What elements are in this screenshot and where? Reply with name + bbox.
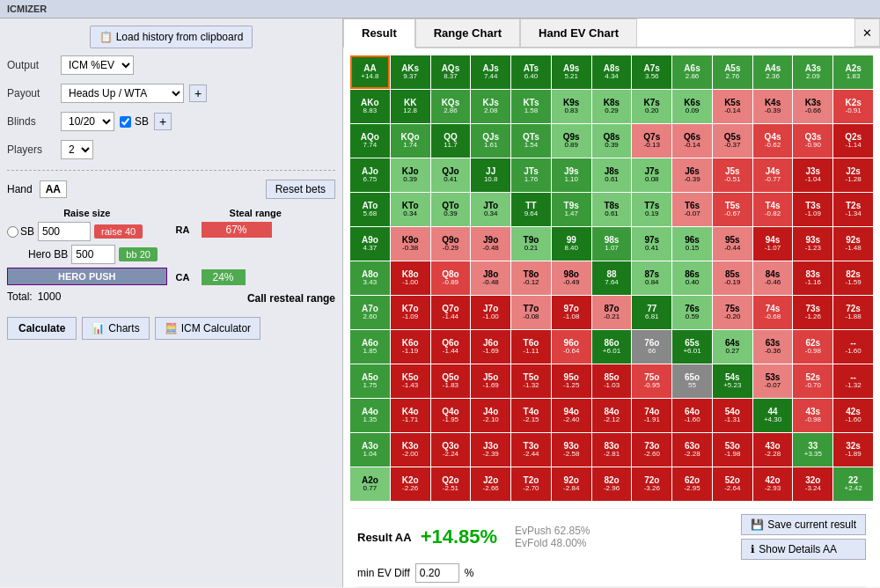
blinds-select[interactable]: 10/20: [61, 112, 114, 131]
table-row[interactable]: 62o-2.95: [672, 467, 712, 501]
table-row[interactable]: 96s0.15: [672, 227, 712, 261]
table-row[interactable]: 84o-2.12: [592, 399, 632, 432]
table-row[interactable]: ---1.32: [833, 364, 873, 398]
table-row[interactable]: J6s-0.39: [672, 158, 712, 192]
table-row[interactable]: AJo6.75: [350, 158, 390, 192]
table-row[interactable]: A6o1.85: [350, 330, 390, 364]
table-row[interactable]: J2o-2.66: [471, 467, 510, 501]
table-row[interactable]: TT9.64: [511, 193, 551, 226]
sb-checkbox[interactable]: [120, 116, 131, 128]
table-row[interactable]: 85s-0.19: [713, 261, 752, 295]
payout-select[interactable]: Heads Up / WTA: [61, 84, 184, 103]
table-row[interactable]: Q7s-0.13: [632, 124, 671, 158]
sb-radio[interactable]: [7, 226, 18, 238]
table-row[interactable]: A9s5.21: [552, 55, 591, 89]
table-row[interactable]: Q6s-0.14: [672, 124, 712, 158]
sb-checkbox-label[interactable]: SB: [120, 115, 149, 128]
table-row[interactable]: K4s-0.39: [753, 90, 793, 123]
table-row[interactable]: 98s1.07: [592, 227, 632, 261]
table-row[interactable]: Q4s-0.62: [753, 124, 793, 158]
charts-button[interactable]: 📊 Charts: [82, 317, 149, 340]
table-row[interactable]: A8s4.34: [592, 55, 632, 89]
table-row[interactable]: Q7o-1.44: [431, 296, 471, 329]
table-row[interactable]: A6s2.86: [672, 55, 712, 89]
reset-bets-button[interactable]: Reset bets: [266, 180, 335, 199]
table-row[interactable]: KQs2.86: [431, 90, 471, 123]
table-row[interactable]: 998.40: [552, 227, 591, 261]
table-row[interactable]: 65s+6.01: [672, 330, 712, 364]
table-row[interactable]: K9s0.83: [552, 90, 591, 123]
table-row[interactable]: J6o-1.69: [471, 330, 510, 364]
hero-push-button[interactable]: HERO PUSH: [7, 268, 167, 285]
table-row[interactable]: 83s-1.16: [793, 261, 832, 295]
table-row[interactable]: 97o-1.08: [552, 296, 591, 329]
table-row[interactable]: 87s0.84: [632, 261, 671, 295]
table-row[interactable]: 94s-1.07: [753, 227, 793, 261]
table-row[interactable]: 94o-2.40: [552, 399, 591, 432]
table-row[interactable]: T9o0.21: [511, 227, 551, 261]
show-details-button[interactable]: ℹ Show Details AA: [741, 539, 866, 560]
table-row[interactable]: T5o-1.32: [511, 364, 551, 398]
table-row[interactable]: 93s-1.23: [793, 227, 832, 261]
table-row[interactable]: A7s3.56: [632, 55, 671, 89]
table-row[interactable]: A5s2.76: [713, 55, 752, 89]
table-row[interactable]: 95o-1.25: [552, 364, 591, 398]
table-row[interactable]: T8s0.61: [592, 193, 632, 226]
table-row[interactable]: K9o-0.38: [391, 227, 430, 261]
table-row[interactable]: J7s0.08: [632, 158, 671, 192]
table-row[interactable]: T5s-0.67: [713, 193, 752, 226]
table-row[interactable]: 887.64: [592, 261, 632, 295]
table-row[interactable]: 76s0.59: [672, 296, 712, 329]
table-row[interactable]: A3s2.09: [793, 55, 832, 89]
table-row[interactable]: A3o1.04: [350, 433, 390, 467]
table-row[interactable]: 76o66: [632, 330, 671, 364]
table-row[interactable]: J4o-2.10: [471, 399, 510, 432]
table-row[interactable]: 64o-1.60: [672, 399, 712, 432]
table-row[interactable]: 72s-1.88: [833, 296, 873, 329]
table-row[interactable]: 75s-0.20: [713, 296, 752, 329]
table-row[interactable]: KTs1.58: [511, 90, 551, 123]
table-row[interactable]: ATo5.68: [350, 193, 390, 226]
table-row[interactable]: 74s-0.68: [753, 296, 793, 329]
table-row[interactable]: 86o+6.01: [592, 330, 632, 364]
table-row[interactable]: A7o2.60: [350, 296, 390, 329]
table-row[interactable]: 52o-2.64: [713, 467, 752, 501]
table-row[interactable]: T7s0.19: [632, 193, 671, 226]
table-row[interactable]: T3o-2.44: [511, 433, 551, 467]
table-row[interactable]: AKo8.83: [350, 90, 390, 123]
table-row[interactable]: Q3o-2.24: [431, 433, 471, 467]
table-row[interactable]: ---1.60: [833, 330, 873, 364]
table-row[interactable]: 32o-3.24: [793, 467, 832, 501]
clipboard-button[interactable]: 📋 Load history from clipboard: [90, 26, 253, 48]
table-row[interactable]: A2o0.77: [350, 467, 390, 501]
table-row[interactable]: J9o-0.48: [471, 227, 510, 261]
calculate-button[interactable]: Calculate: [7, 317, 77, 340]
payout-add-button[interactable]: +: [189, 85, 207, 102]
table-row[interactable]: Q6o-1.44: [431, 330, 471, 364]
table-row[interactable]: QJs1.61: [471, 124, 510, 158]
table-row[interactable]: T2o-2.70: [511, 467, 551, 501]
table-row[interactable]: AQo7.74: [350, 124, 390, 158]
table-row[interactable]: K8s0.29: [592, 90, 632, 123]
table-row[interactable]: 73o-2.60: [632, 433, 671, 467]
table-row[interactable]: T4o-2.15: [511, 399, 551, 432]
table-row[interactable]: J3s-1.04: [793, 158, 832, 192]
table-row[interactable]: JTo0.34: [471, 193, 510, 226]
table-row[interactable]: 43s-0.98: [793, 399, 832, 432]
table-row[interactable]: A4s2.36: [753, 55, 793, 89]
table-row[interactable]: Q8o-0.89: [431, 261, 471, 295]
table-row[interactable]: 32s-1.89: [833, 433, 873, 467]
table-row[interactable]: Q9o-0.29: [431, 227, 471, 261]
table-row[interactable]: 62s-0.98: [793, 330, 832, 364]
table-row[interactable]: K5o-1.43: [391, 364, 430, 398]
table-row[interactable]: 75o-0.95: [632, 364, 671, 398]
table-row[interactable]: QQ11.7: [431, 124, 471, 158]
ca-bar[interactable]: 24%: [202, 269, 246, 285]
table-row[interactable]: KTo0.34: [391, 193, 430, 226]
table-row[interactable]: T6s-0.07: [672, 193, 712, 226]
table-row[interactable]: 33+3.35: [793, 433, 832, 467]
table-row[interactable]: 776.81: [632, 296, 671, 329]
table-row[interactable]: Q9s0.89: [552, 124, 591, 158]
table-row[interactable]: T2s-1.34: [833, 193, 873, 226]
table-row[interactable]: QJo0.41: [431, 158, 471, 192]
